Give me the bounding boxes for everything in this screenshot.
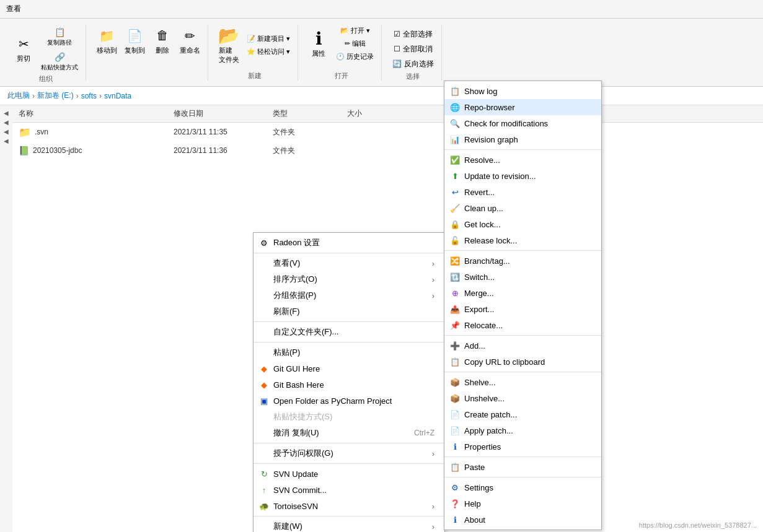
breadcrumb-part-2[interactable]: softs [81, 92, 97, 100]
unshelve-item[interactable]: 📦 Unshelve... [444, 390, 601, 406]
rename-button[interactable]: ✏ 重命名 [177, 25, 203, 56]
copy-button[interactable]: 📄 复制到 [122, 25, 148, 56]
merge-item[interactable]: ⊕ Merge... [444, 285, 601, 301]
breadcrumb-part-1[interactable]: 新加卷 (E:) [37, 90, 74, 101]
undo-item[interactable]: 撤消 复制(U) Ctrl+Z [254, 425, 444, 441]
svn-properties-item[interactable]: ℹ Properties [444, 438, 601, 455]
update-rev-label: Update to revision... [464, 172, 536, 181]
branch-tag-item[interactable]: 🔀 Branch/tag... [444, 253, 601, 269]
git-bash-item[interactable]: ◆ Git Bash Here [254, 377, 444, 393]
settings-item[interactable]: ⚙ Settings [444, 479, 601, 495]
add-item[interactable]: ➕ Add... [444, 338, 601, 354]
show-log-label: Show log [464, 87, 497, 96]
refresh-item[interactable]: 刷新(F) [254, 303, 444, 320]
sort-arrow: › [432, 275, 434, 284]
get-lock-item[interactable]: 🔒 Get lock... [444, 216, 601, 232]
cm-sep-5 [254, 463, 444, 464]
table-row[interactable]: 📁 .svn 2021/3/11 11:35 文件夹 [12, 123, 763, 141]
cleanup-item[interactable]: 🧹 Clean up... [444, 200, 601, 216]
paste-shortcut-button[interactable]: 🔗 粘贴快捷方式 [38, 50, 81, 73]
properties-icon: ℹ [309, 29, 329, 49]
edit-button[interactable]: ✏ 编辑 [333, 38, 376, 50]
switch-item[interactable]: 🔃 Switch... [444, 269, 601, 285]
new-folder-button[interactable]: 📂 新建文件夹 [216, 25, 242, 66]
sort-item[interactable]: 排序方式(O) › [254, 271, 444, 287]
breadcrumb-part-3[interactable]: svnData [104, 92, 131, 100]
export-item[interactable]: 📤 Export... [444, 301, 601, 317]
check-mods-item[interactable]: 🔍 Check for modifications [444, 115, 601, 131]
select-none-button[interactable]: ☐ 全部取消 [390, 43, 436, 56]
update-rev-item[interactable]: ⬆ Update to revision... [444, 168, 601, 184]
apply-patch-item[interactable]: 📄 Apply patch... [444, 422, 601, 438]
svn-commit-item[interactable]: ↑ SVN Commit... [254, 482, 444, 498]
rcm-sep-3 [444, 335, 601, 336]
arrow-down[interactable]: ◀ [4, 119, 9, 126]
switch-icon: 🔃 [449, 271, 461, 282]
revision-graph-item[interactable]: 📊 Revision graph [444, 131, 601, 147]
delete-button[interactable]: 🗑 删除 [150, 25, 175, 56]
table-row[interactable]: 📗 20210305-jdbc 2021/3/11 11:36 文件夹 [12, 141, 763, 160]
paste-label: 粘贴(P) [273, 347, 300, 358]
view-item[interactable]: 查看(V) › [254, 255, 444, 271]
export-label: Export... [464, 305, 494, 314]
pycharm-icon: ▣ [258, 395, 270, 406]
svn-update-item[interactable]: ↻ SVN Update [254, 466, 444, 482]
cut-button[interactable]: ✂ 剪切 [11, 33, 36, 64]
about-item[interactable]: ℹ About [444, 512, 601, 528]
paste-shortcut-item[interactable]: 粘贴快捷方式(S) [254, 409, 444, 425]
revert-item[interactable]: ↩ Revert... [444, 184, 601, 200]
ribbon: ✂ 剪切 📋 复制路径 🔗 粘贴快捷方式 组织 📁 移动到 [0, 19, 763, 87]
new-item[interactable]: 新建(W) › [254, 518, 444, 532]
header-size[interactable]: 大小 [347, 108, 409, 119]
paste-menu-icon: 📋 [449, 461, 461, 473]
history-button[interactable]: 🕐 历史记录 [333, 51, 376, 63]
about-label: About [464, 515, 485, 525]
access-item[interactable]: 授予访问权限(G) › [254, 445, 444, 461]
customize-item[interactable]: 自定义文件夹(F)... [254, 324, 444, 340]
file-type-0: 文件夹 [273, 127, 347, 137]
rename-icon: ✏ [180, 26, 200, 46]
move-button[interactable]: 📁 移动到 [94, 25, 120, 56]
relocate-item[interactable]: 📌 Relocate... [444, 317, 601, 333]
open-button[interactable]: 📂 打开 ▾ [333, 25, 376, 37]
invert-select-label: 🔄 反向选择 [392, 59, 433, 69]
arrow-up[interactable]: ◀ [4, 110, 9, 116]
copy-url-label: Copy URL to clipboard [464, 357, 545, 367]
help-item[interactable]: ❓ Help [444, 495, 601, 512]
customize-icon [258, 326, 270, 338]
invert-select-button[interactable]: 🔄 反向选择 [390, 58, 436, 71]
cm-sep-2 [254, 321, 444, 322]
header-type[interactable]: 类型 [273, 108, 347, 119]
git-gui-item[interactable]: ◆ Git GUI Here [254, 360, 444, 377]
easy-access-button[interactable]: ⭐ 轻松访问 ▾ [244, 46, 293, 58]
header-date[interactable]: 修改日期 [174, 108, 273, 119]
show-log-item[interactable]: 📋 Show log [444, 83, 601, 99]
radeon-item[interactable]: ⚙ Radeon 设置 [254, 235, 444, 251]
merge-icon: ⊕ [449, 287, 461, 299]
arrow-left[interactable]: ◀ [4, 128, 9, 135]
breadcrumb-part-0[interactable]: 此电脑 [7, 90, 30, 101]
new-folder-icon: 📂 [219, 26, 239, 46]
resolve-item[interactable]: ✅ Resolve... [444, 152, 601, 168]
select-all-button[interactable]: ☑ 全部选择 [390, 28, 436, 41]
tortoise-svn-item[interactable]: 🐢 TortoiseSVN › [254, 498, 444, 514]
release-lock-item[interactable]: 🔓 Release lock... [444, 232, 601, 248]
paste-item[interactable]: 粘贴(P) [254, 344, 444, 360]
arrow-right[interactable]: ◀ [4, 137, 9, 144]
create-patch-item[interactable]: 📄 Create patch... [444, 406, 601, 422]
copy-path-button[interactable]: 📋 复制路径 [38, 25, 81, 48]
check-mods-icon: 🔍 [449, 118, 461, 129]
copy-url-item[interactable]: 📋 Copy URL to clipboard [444, 354, 601, 370]
repo-browser-item[interactable]: 🌐 Repo-browser [444, 99, 601, 115]
add-icon: ➕ [449, 340, 461, 351]
copy-icon: 📄 [125, 26, 145, 46]
group-item[interactable]: 分组依据(P) › [254, 287, 444, 303]
pycharm-item[interactable]: ▣ Open Folder as PyCharm Project [254, 393, 444, 409]
header-name[interactable]: 名称 [19, 108, 174, 119]
shelve-item[interactable]: 📦 Shelve... [444, 374, 601, 390]
paste-menu-item[interactable]: 📋 Paste [444, 459, 601, 475]
branch-tag-label: Branch/tag... [464, 256, 510, 266]
properties-button[interactable]: ℹ 属性 [306, 28, 331, 59]
new-item-button[interactable]: 📝 新建项目 ▾ [244, 33, 293, 45]
svn-properties-icon: ℹ [449, 441, 461, 452]
